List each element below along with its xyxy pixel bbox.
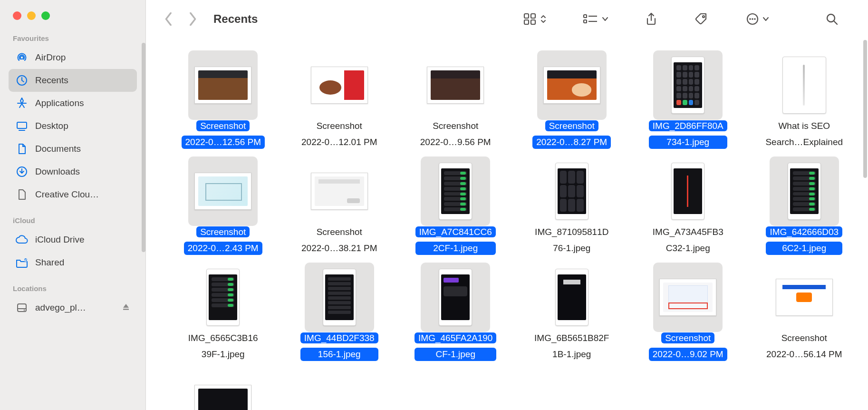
svg-rect-6 [18, 304, 26, 312]
file-thumbnail [188, 156, 258, 226]
file-item[interactable]: Screenshot2022-0…12.01 PM [289, 50, 390, 149]
tags-button[interactable] [688, 9, 715, 29]
sidebar-item-recents[interactable]: Recents [9, 69, 137, 92]
sidebar-item-label: iCloud Drive [35, 234, 130, 245]
svg-rect-2 [17, 122, 27, 128]
file-item[interactable]: IMG_A7C841CC62CF-1.jpeg [405, 156, 506, 255]
svg-rect-14 [584, 15, 587, 18]
icon-view-button[interactable] [516, 9, 553, 29]
airdrop-icon [15, 51, 29, 64]
file-item[interactable] [172, 369, 274, 410]
file-icon [15, 188, 29, 201]
file-item[interactable]: IMG_642666D036C2-1.jpeg [753, 156, 855, 255]
search-button[interactable] [819, 9, 845, 29]
file-thumbnail [537, 50, 607, 120]
sidebar-item-label: Shared [35, 257, 130, 268]
group-button[interactable] [577, 9, 614, 29]
main-pane: Recents Sc [146, 0, 868, 410]
file-item[interactable]: IMG_44BD2F338156-1.jpeg [289, 263, 390, 361]
file-item[interactable]: Screenshot2022-0…9.56 PM [405, 50, 506, 149]
file-item[interactable]: Screenshot2022-0…8.27 PM [521, 50, 623, 149]
sidebar-item-documents[interactable]: Documents [9, 137, 137, 160]
file-thumbnail [653, 263, 723, 332]
file-item[interactable]: Screenshot2022-0…56.14 PM [753, 263, 855, 361]
file-grid: Screenshot2022-0…12.56 PMScreenshot2022-… [165, 50, 862, 410]
finder-window: FavouritesAirDropRecentsApplicationsDesk… [0, 0, 868, 410]
file-item[interactable]: Screenshot2022-0…2.43 PM [172, 156, 274, 255]
sidebar-item-label: Creative Clou… [35, 189, 130, 200]
sidebar-item-applications[interactable]: Applications [9, 92, 137, 115]
svg-rect-11 [531, 14, 535, 18]
desktop-icon [15, 119, 29, 133]
file-thumbnail [421, 263, 490, 332]
file-item[interactable]: IMG_6B5651B82F1B-1.jpeg [521, 263, 623, 361]
file-thumbnail [537, 263, 607, 332]
sidebar-section-label: iCloud [0, 206, 145, 228]
sidebar-item-airdrop[interactable]: AirDrop [9, 46, 137, 69]
file-thumbnail [188, 369, 258, 410]
sidebar-section-label: Locations [0, 274, 145, 296]
sidebar-item-label: advego_pl… [35, 303, 122, 313]
disk-icon [15, 301, 29, 314]
svg-point-0 [20, 56, 23, 59]
svg-rect-12 [524, 20, 529, 24]
sidebar: FavouritesAirDropRecentsApplicationsDesk… [0, 0, 146, 410]
sidebar-item-iclouddrive[interactable]: iCloud Drive [9, 228, 137, 251]
file-thumbnail [188, 263, 258, 332]
svg-point-22 [754, 18, 756, 20]
file-thumbnail [537, 156, 607, 226]
fullscreen-window-button[interactable] [41, 11, 50, 20]
file-item[interactable]: Screenshot2022-0…38.21 PM [289, 156, 390, 255]
svg-rect-15 [584, 20, 587, 23]
sidebar-item-desktop[interactable]: Desktop [9, 115, 137, 137]
back-button[interactable] [159, 10, 178, 29]
svg-point-8 [24, 310, 25, 311]
window-controls [0, 0, 145, 20]
toolbar: Recents [146, 0, 868, 38]
download-icon [15, 165, 29, 178]
close-window-button[interactable] [13, 11, 21, 20]
svg-rect-13 [531, 20, 535, 24]
file-thumbnail [770, 156, 839, 226]
file-item[interactable]: IMG_871095811D76-1.jpeg [521, 156, 623, 255]
file-item[interactable]: IMG_465FA2A190CF-1.jpeg [405, 263, 506, 361]
file-item[interactable]: Screenshot2022-0…12.56 PM [172, 50, 274, 149]
actions-button[interactable] [739, 9, 776, 29]
file-thumbnail [770, 263, 839, 332]
file-thumbnail [421, 156, 490, 226]
file-thumbnail [653, 50, 723, 120]
forward-button[interactable] [183, 10, 202, 29]
sidebar-item-label: Documents [35, 144, 130, 154]
file-thumbnail [188, 50, 258, 120]
shared-folder-icon [15, 256, 29, 269]
sidebar-item-label: Applications [35, 98, 130, 108]
sidebar-scrollbar[interactable] [142, 43, 145, 252]
share-button[interactable] [638, 9, 665, 29]
svg-point-21 [752, 18, 753, 20]
minimize-window-button[interactable] [27, 11, 36, 20]
svg-rect-10 [524, 14, 529, 18]
file-thumbnail [770, 50, 839, 120]
file-thumbnail [653, 156, 723, 226]
sidebar-item-advego[interactable]: advego_pl… [9, 296, 137, 319]
file-item[interactable]: Screenshot2022-0…9.02 PM [637, 263, 739, 361]
sidebar-item-creativecloud[interactable]: Creative Clou… [9, 183, 137, 206]
svg-line-24 [834, 21, 837, 24]
sidebar-item-downloads[interactable]: Downloads [9, 160, 137, 183]
file-grid-area[interactable]: Screenshot2022-0…12.56 PMScreenshot2022-… [146, 38, 868, 410]
location-title: Recents [213, 12, 258, 26]
sidebar-item-shared[interactable]: Shared [9, 251, 137, 274]
sidebar-section-label: Favourites [0, 20, 145, 46]
file-item[interactable]: What is SEOSearch…Explained [753, 50, 855, 149]
file-thumbnail [305, 50, 374, 120]
sidebar-item-label: Desktop [35, 121, 130, 131]
file-item[interactable]: IMG_6565C3B1639F-1.jpeg [172, 263, 274, 361]
svg-rect-9 [123, 309, 129, 310]
content-scrollbar[interactable] [863, 40, 867, 178]
eject-icon[interactable] [122, 303, 130, 313]
file-item[interactable]: IMG_A73A45FB3C32-1.jpeg [637, 156, 739, 255]
file-item[interactable]: IMG_2D86FF80A734-1.jpeg [637, 50, 739, 149]
svg-point-20 [749, 18, 751, 20]
apps-icon [15, 97, 29, 110]
cloud-icon [15, 233, 29, 246]
